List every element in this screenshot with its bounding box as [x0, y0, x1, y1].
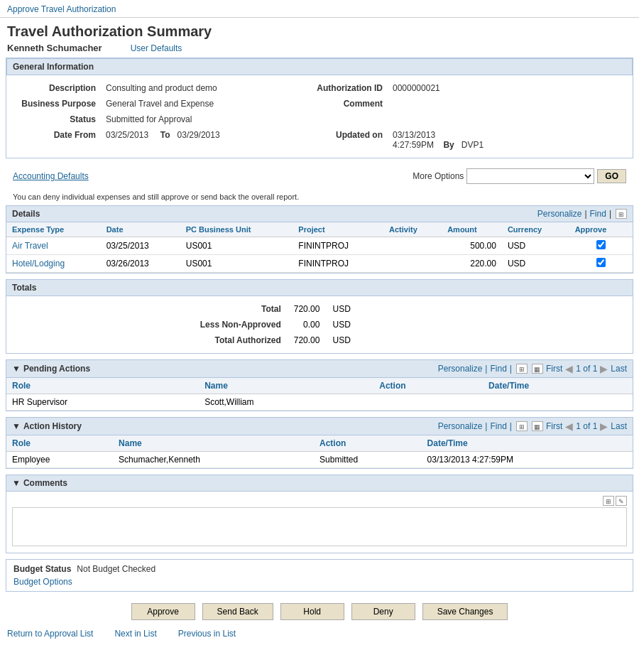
history-name-cell: Schumacher,Kenneth — [113, 452, 314, 468]
accounting-defaults-link[interactable]: Accounting Defaults — [13, 171, 89, 181]
bottom-links: Return to Approval List Next in List Pre… — [0, 626, 639, 646]
pending-nav-last[interactable]: Last — [611, 364, 627, 374]
col-expense-type: Expense Type — [6, 222, 101, 237]
status-label: Status — [15, 112, 100, 126]
history-nav-first[interactable]: First — [546, 421, 562, 431]
return-to-approval-list-link[interactable]: Return to Approval List — [7, 629, 93, 639]
activity-cell — [383, 255, 442, 273]
history-nav-last[interactable]: Last — [611, 421, 627, 431]
user-defaults-link[interactable]: User Defaults — [131, 43, 182, 53]
pending-find-link[interactable]: Find — [490, 364, 506, 374]
approve-checkbox[interactable] — [596, 258, 606, 267]
business-purpose-value: General Travel and Expense — [102, 97, 300, 111]
total-label: Total — [8, 302, 287, 316]
general-information-header: General Information — [6, 58, 633, 75]
authorization-id-label: Authorization ID — [302, 81, 387, 95]
user-name: Kenneth Schumacher — [7, 43, 102, 53]
send-back-button[interactable]: Send Back — [202, 603, 273, 620]
updated-on-label: Updated on — [302, 128, 387, 152]
pending-nav-prev-icon[interactable]: ◀ — [565, 363, 573, 374]
hold-button[interactable]: Hold — [280, 603, 344, 620]
details-find-link[interactable]: Find — [590, 209, 606, 219]
col-approve: Approve — [569, 222, 633, 237]
history-nav-next-icon[interactable]: ▶ — [600, 421, 608, 432]
action-history-section: ▼ Action History Personalize | Find | ⊞ … — [6, 417, 633, 469]
total-authorized-amount: 720.00 — [288, 333, 326, 347]
pending-collapse-icon[interactable]: ▼ — [12, 364, 21, 374]
deny-button[interactable]: Deny — [351, 603, 415, 620]
comments-collapse-icon[interactable]: ▼ — [12, 478, 21, 488]
history-col-name: Name — [113, 435, 314, 452]
date-from-value: 03/25/2013 To 03/29/2013 — [102, 128, 300, 152]
less-non-approved-label: Less Non-Approved — [8, 318, 287, 332]
pc-business-unit-cell: US001 — [180, 237, 293, 255]
history-collapse-icon[interactable]: ▼ — [12, 421, 21, 431]
details-personalize-link[interactable]: Personalize — [537, 209, 582, 219]
history-datetime-cell: 03/13/2013 4:27:59PM — [422, 452, 633, 468]
pending-grid-icon[interactable]: ▦ — [532, 364, 543, 374]
amount-cell: 220.00 — [442, 255, 502, 273]
history-nav-prev-icon[interactable]: ◀ — [565, 421, 573, 432]
date-from-label: Date From — [15, 128, 100, 152]
save-changes-button[interactable]: Save Changes — [422, 603, 508, 620]
previous-in-list-link[interactable]: Previous in List — [178, 629, 236, 639]
budget-section: Budget Status Not Budget Checked Budget … — [6, 559, 633, 592]
details-table-header: Expense Type Date PC Business Unit Proje… — [6, 222, 633, 237]
col-pc-business-unit: PC Business Unit — [180, 222, 293, 237]
details-controls: Personalize | Find | ⊞ — [537, 209, 627, 219]
business-purpose-label: Business Purpose — [15, 97, 100, 111]
comments-section: ▼ Comments ⊞ ✎ — [6, 475, 633, 553]
pending-name-cell: Scott,William — [199, 394, 373, 411]
breadcrumb-link[interactable]: Approve Travel Authorization — [7, 4, 116, 14]
action-history-controls: Personalize | Find | ⊞ ▦ First ◀ 1 of 1 … — [438, 421, 627, 432]
totals-section: Totals Total 720.00 USD Less Non-Approve… — [6, 279, 633, 354]
expense-type-link[interactable]: Air Travel — [12, 241, 48, 251]
authorization-id-value: 0000000021 — [388, 81, 624, 95]
pending-nav-next-icon[interactable]: ▶ — [600, 363, 608, 374]
date-cell: 03/26/2013 — [101, 255, 180, 273]
more-options-label: More Options — [413, 171, 464, 181]
col-currency: Currency — [502, 222, 569, 237]
go-button[interactable]: GO — [597, 169, 626, 183]
less-non-approved-amount: 0.00 — [288, 318, 326, 332]
approve-checkbox-cell[interactable] — [569, 255, 633, 273]
budget-status-row: Budget Status Not Budget Checked — [13, 564, 626, 574]
pending-actions-section: ▼ Pending Actions Personalize | Find | ⊞… — [6, 359, 633, 411]
history-find-link[interactable]: Find — [490, 421, 506, 431]
pending-personalize-link[interactable]: Personalize — [438, 364, 483, 374]
comments-edit-icon[interactable]: ✎ — [616, 496, 627, 506]
pc-business-unit-cell: US001 — [180, 255, 293, 273]
more-options-select[interactable] — [466, 168, 594, 184]
approve-checkbox[interactable] — [596, 240, 606, 249]
budget-options-link[interactable]: Budget Options — [13, 577, 72, 587]
total-amount: 720.00 — [288, 302, 326, 316]
approve-button[interactable]: Approve — [131, 603, 195, 620]
details-header: Details Personalize | Find | ⊞ — [6, 206, 633, 222]
approve-checkbox-cell[interactable] — [569, 237, 633, 255]
history-role-cell: Employee — [6, 452, 113, 468]
next-in-list-link[interactable]: Next in List — [114, 629, 156, 639]
comments-textarea[interactable] — [12, 507, 627, 546]
project-cell: FININTPROJ — [293, 237, 383, 255]
comments-expand-icon[interactable]: ⊞ — [603, 496, 614, 506]
comment-value — [388, 97, 624, 111]
comment-label: Comment — [302, 97, 387, 111]
user-row: Kenneth Schumacher User Defaults — [0, 41, 639, 58]
history-table-header: Role Name Action Date/Time — [6, 435, 633, 452]
general-information-title: General Information — [13, 62, 94, 72]
activity-cell — [383, 237, 442, 255]
pending-action-cell — [373, 394, 483, 411]
pending-export-icon[interactable]: ⊞ — [516, 364, 528, 374]
history-grid-icon[interactable]: ▦ — [532, 421, 543, 431]
pending-col-datetime: Date/Time — [483, 378, 633, 394]
history-personalize-link[interactable]: Personalize — [438, 421, 483, 431]
pending-nav-first[interactable]: First — [546, 364, 562, 374]
col-project: Project — [293, 222, 383, 237]
breadcrumb: Approve Travel Authorization — [0, 0, 639, 18]
details-title: Details — [12, 209, 40, 219]
details-expand-icon[interactable]: ⊞ — [616, 209, 627, 219]
more-options-group: More Options GO — [413, 168, 626, 184]
history-export-icon[interactable]: ⊞ — [516, 421, 528, 431]
less-non-approved-currency: USD — [327, 318, 356, 332]
expense-type-link[interactable]: Hotel/Lodging — [12, 259, 65, 269]
